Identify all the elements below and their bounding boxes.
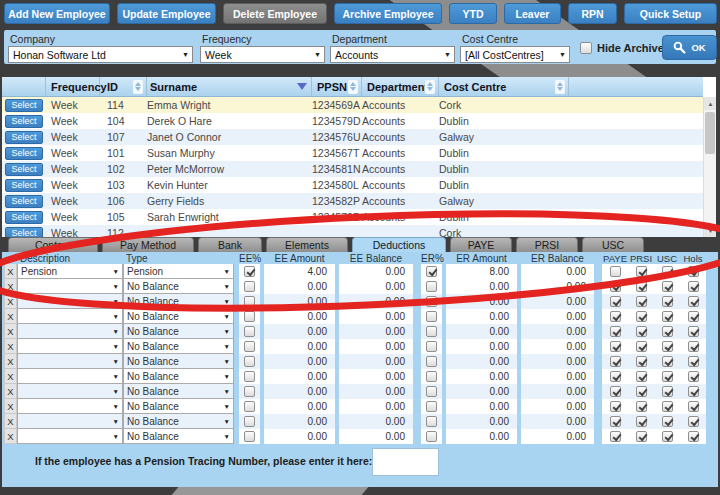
select-button[interactable]: Select bbox=[5, 115, 43, 128]
er-percent-checkbox[interactable] bbox=[426, 416, 437, 427]
er-balance-field[interactable]: 0.00 bbox=[521, 414, 594, 429]
ee-balance-field[interactable]: 0.00 bbox=[339, 384, 413, 399]
description-dropdown[interactable]: ▼ bbox=[17, 414, 123, 429]
hols-checkbox[interactable] bbox=[688, 401, 699, 412]
company-select[interactable]: Honan Software Ltd▼ bbox=[8, 46, 193, 63]
prsi-checkbox[interactable] bbox=[636, 296, 647, 307]
paye-checkbox[interactable] bbox=[610, 281, 621, 292]
select-button[interactable]: Select bbox=[5, 163, 43, 176]
paye-checkbox[interactable] bbox=[610, 386, 621, 397]
ee-balance-field[interactable]: 0.00 bbox=[339, 279, 413, 294]
prsi-checkbox[interactable] bbox=[636, 401, 647, 412]
er-amount-field[interactable]: 0.00 bbox=[446, 384, 517, 399]
er-amount-field[interactable]: 0.00 bbox=[446, 399, 517, 414]
description-dropdown[interactable]: ▼ bbox=[17, 339, 123, 354]
hols-checkbox[interactable] bbox=[688, 311, 699, 322]
ee-percent-checkbox[interactable] bbox=[244, 266, 255, 277]
paye-checkbox[interactable] bbox=[610, 416, 621, 427]
er-amount-field[interactable]: 0.00 bbox=[446, 294, 517, 309]
usc-checkbox[interactable] bbox=[662, 326, 673, 337]
er-percent-checkbox[interactable] bbox=[426, 296, 437, 307]
description-dropdown[interactable]: Pension▼ bbox=[17, 264, 123, 279]
ee-percent-checkbox[interactable] bbox=[244, 341, 255, 352]
delete-deduction-button[interactable]: X bbox=[4, 429, 17, 444]
type-dropdown[interactable]: No Balance▼ bbox=[123, 399, 234, 414]
ee-amount-field[interactable]: 0.00 bbox=[264, 294, 335, 309]
tab-deductions[interactable]: Deductions bbox=[352, 237, 446, 252]
column-header-surname[interactable]: Surname bbox=[147, 77, 312, 96]
delete-deduction-button[interactable]: X bbox=[4, 279, 17, 294]
er-balance-field[interactable]: 0.00 bbox=[521, 429, 594, 444]
paye-checkbox[interactable] bbox=[610, 356, 621, 367]
scroll-up-icon[interactable]: ▲ bbox=[704, 97, 716, 110]
delete-deduction-button[interactable]: X bbox=[4, 384, 17, 399]
description-dropdown[interactable]: ▼ bbox=[17, 384, 123, 399]
er-balance-field[interactable]: 0.00 bbox=[521, 264, 594, 279]
er-balance-field[interactable]: 0.00 bbox=[521, 294, 594, 309]
ee-balance-field[interactable]: 0.00 bbox=[339, 369, 413, 384]
usc-checkbox[interactable] bbox=[662, 401, 673, 412]
select-button[interactable]: Select bbox=[5, 227, 43, 238]
select-button[interactable]: Select bbox=[5, 99, 43, 112]
ee-percent-checkbox[interactable] bbox=[244, 281, 255, 292]
tab-elements[interactable]: Elements bbox=[266, 237, 348, 252]
ee-amount-field[interactable]: 0.00 bbox=[264, 399, 335, 414]
prsi-checkbox[interactable] bbox=[636, 386, 647, 397]
column-header-frequency[interactable]: Frequency bbox=[46, 77, 100, 96]
select-button[interactable]: Select bbox=[5, 147, 43, 160]
paye-checkbox[interactable] bbox=[610, 311, 621, 322]
ee-amount-field[interactable]: 0.00 bbox=[264, 339, 335, 354]
select-button[interactable]: Select bbox=[5, 211, 43, 224]
er-percent-checkbox[interactable] bbox=[426, 281, 437, 292]
er-balance-field[interactable]: 0.00 bbox=[521, 399, 594, 414]
ee-balance-field[interactable]: 0.00 bbox=[339, 324, 413, 339]
type-dropdown[interactable]: No Balance▼ bbox=[123, 369, 234, 384]
description-dropdown[interactable]: ▼ bbox=[17, 429, 123, 444]
description-dropdown[interactable]: ▼ bbox=[17, 294, 123, 309]
er-balance-field[interactable]: 0.00 bbox=[521, 339, 594, 354]
prsi-checkbox[interactable] bbox=[636, 356, 647, 367]
paye-checkbox[interactable] bbox=[610, 401, 621, 412]
ee-amount-field[interactable]: 0.00 bbox=[264, 384, 335, 399]
description-dropdown[interactable]: ▼ bbox=[17, 399, 123, 414]
prsi-checkbox[interactable] bbox=[636, 416, 647, 427]
hols-checkbox[interactable] bbox=[688, 281, 699, 292]
paye-checkbox[interactable] bbox=[610, 341, 621, 352]
employee-table-scrollbar[interactable]: ▲ ▼ bbox=[703, 97, 716, 237]
paye-checkbox[interactable] bbox=[610, 326, 621, 337]
er-percent-checkbox[interactable] bbox=[426, 401, 437, 412]
delete-deduction-button[interactable]: X bbox=[4, 369, 17, 384]
prsi-checkbox[interactable] bbox=[636, 311, 647, 322]
er-amount-field[interactable]: 0.00 bbox=[446, 429, 517, 444]
toolbar-button-quick-setup[interactable]: Quick Setup bbox=[624, 3, 717, 24]
scrollbar-thumb[interactable] bbox=[705, 112, 715, 154]
department-select[interactable]: Accounts▼ bbox=[330, 46, 455, 63]
type-dropdown[interactable]: Pension▼ bbox=[123, 264, 234, 279]
tab-pay-method[interactable]: Pay Method bbox=[102, 237, 194, 252]
cost-centre-select[interactable]: [All CostCentres]▼ bbox=[460, 46, 570, 63]
type-dropdown[interactable]: No Balance▼ bbox=[123, 384, 234, 399]
ee-amount-field[interactable]: 0.00 bbox=[264, 429, 335, 444]
prsi-checkbox[interactable] bbox=[636, 326, 647, 337]
ee-percent-checkbox[interactable] bbox=[244, 416, 255, 427]
hols-checkbox[interactable] bbox=[688, 386, 699, 397]
usc-checkbox[interactable] bbox=[662, 386, 673, 397]
usc-checkbox[interactable] bbox=[662, 296, 673, 307]
prsi-checkbox[interactable] bbox=[636, 431, 647, 442]
column-header-id[interactable]: ID bbox=[100, 77, 147, 96]
scroll-down-icon[interactable]: ▼ bbox=[704, 224, 716, 237]
hols-checkbox[interactable] bbox=[688, 296, 699, 307]
ee-amount-field[interactable]: 4.00 bbox=[264, 264, 335, 279]
toolbar-button-rpn[interactable]: RPN bbox=[568, 3, 617, 24]
ee-percent-checkbox[interactable] bbox=[244, 401, 255, 412]
tab-bank[interactable]: Bank bbox=[198, 237, 262, 252]
ee-percent-checkbox[interactable] bbox=[244, 311, 255, 322]
search-ok-button[interactable]: OK bbox=[662, 35, 717, 60]
hide-archived-checkbox[interactable] bbox=[580, 42, 592, 54]
delete-deduction-button[interactable]: X bbox=[4, 339, 17, 354]
er-amount-field[interactable]: 8.00 bbox=[446, 264, 517, 279]
usc-checkbox[interactable] bbox=[662, 431, 673, 442]
er-amount-field[interactable]: 0.00 bbox=[446, 309, 517, 324]
er-amount-field[interactable]: 0.00 bbox=[446, 279, 517, 294]
paye-checkbox[interactable] bbox=[610, 296, 621, 307]
